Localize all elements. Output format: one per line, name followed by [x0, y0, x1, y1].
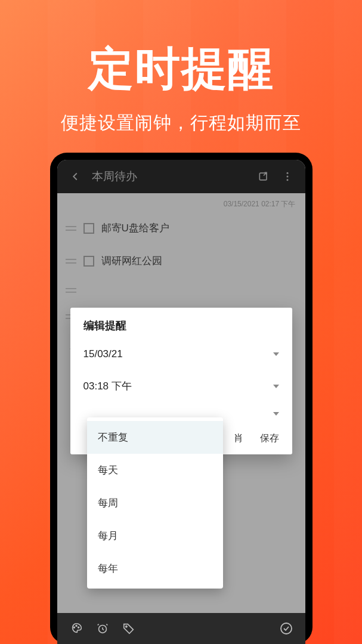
dropdown-item-daily[interactable]: 每天 — [87, 454, 223, 487]
cancel-button[interactable]: 肖 — [234, 432, 243, 445]
chevron-down-icon — [273, 385, 279, 388]
time-value: 03:18 下午 — [83, 379, 132, 393]
chevron-down-icon — [273, 412, 279, 416]
save-button[interactable]: 保存 — [260, 432, 279, 445]
dialog-title: 编辑提醒 — [70, 318, 292, 339]
hero: 定时提醒 便捷设置闹钟，行程如期而至 — [0, 0, 362, 135]
svg-point-9 — [281, 623, 292, 634]
svg-point-5 — [76, 626, 77, 627]
dropdown-item-weekly[interactable]: 每周 — [87, 487, 223, 519]
tag-button[interactable] — [116, 615, 142, 642]
alarm-icon — [96, 622, 109, 635]
chevron-down-icon — [273, 352, 279, 356]
date-field[interactable]: 15/03/21 — [70, 339, 292, 370]
dropdown-item-no-repeat[interactable]: 不重复 — [87, 421, 223, 454]
check-circle-icon — [279, 621, 293, 636]
alarm-button[interactable] — [89, 615, 116, 642]
dropdown-item-monthly[interactable]: 每月 — [87, 519, 223, 552]
bottom-toolbar — [57, 613, 305, 644]
svg-point-6 — [78, 627, 79, 628]
svg-point-8 — [125, 626, 126, 627]
svg-point-4 — [73, 627, 75, 628]
tag-icon — [122, 622, 135, 635]
phone-screen: 本周待办 03/15/2021 02:17 下午 邮寄U盘给客户 调研网红公园 — [57, 160, 305, 644]
repeat-dropdown: 不重复 每天 每周 每月 每年 — [87, 417, 223, 589]
time-field[interactable]: 03:18 下午 — [70, 370, 292, 402]
hero-title: 定时提醒 — [0, 39, 362, 100]
palette-icon — [70, 622, 83, 635]
hero-subtitle: 便捷设置闹钟，行程如期而至 — [0, 111, 362, 135]
dropdown-item-yearly[interactable]: 每年 — [87, 552, 223, 585]
phone-frame: 本周待办 03/15/2021 02:17 下午 邮寄U盘给客户 调研网红公园 — [50, 153, 313, 644]
date-value: 15/03/21 — [83, 348, 123, 360]
done-button[interactable] — [273, 615, 299, 642]
palette-button[interactable] — [63, 615, 89, 642]
